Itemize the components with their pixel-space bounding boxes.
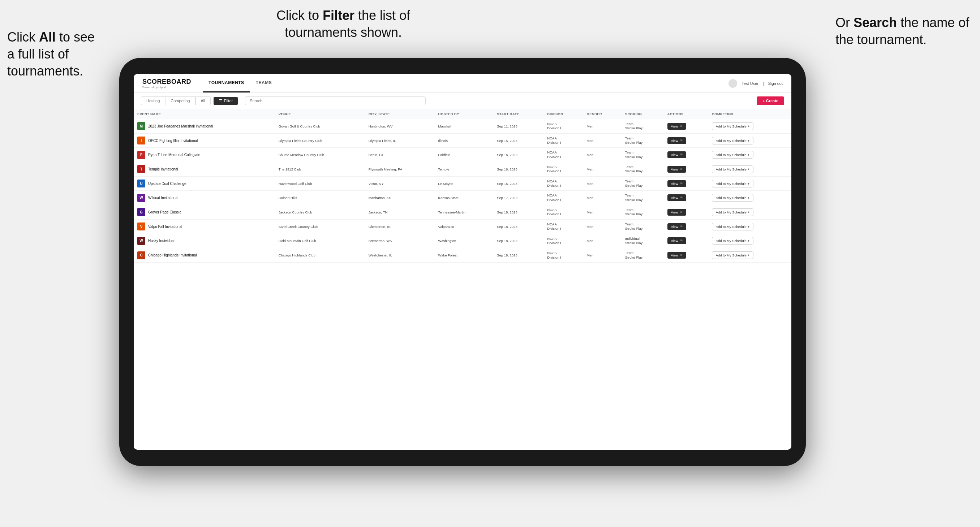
avatar: [729, 79, 737, 88]
col-actions: ACTIONS: [664, 109, 708, 119]
add-to-schedule-button[interactable]: Add to My Schedule +: [712, 194, 753, 202]
scoring-cell: Team,Stroke Play: [622, 148, 664, 162]
add-to-schedule-button[interactable]: Add to My Schedule +: [712, 251, 753, 259]
nav-tab-teams[interactable]: TEAMS: [250, 74, 278, 92]
add-to-schedule-button[interactable]: Add to My Schedule +: [712, 237, 753, 244]
table-row: G Grover Page Classic Jackson Country Cl…: [134, 205, 791, 220]
tournaments-table-container: EVENT NAME VENUE CITY, STATE HOSTED BY S…: [134, 109, 791, 450]
table-row: U Upstate Dual Challenge Ravenwood Golf …: [134, 176, 791, 191]
gender-cell: Men: [583, 133, 621, 148]
hosted-by-cell: Kansas State: [435, 191, 493, 205]
table-row: T Temple Invitational The 1912 ClubPlymo…: [134, 162, 791, 177]
event-logo: U: [137, 179, 145, 187]
signout-link[interactable]: Sign out: [768, 81, 783, 86]
add-to-schedule-button[interactable]: Add to My Schedule +: [712, 122, 753, 130]
search-input[interactable]: [245, 97, 426, 105]
eye-icon: 👁: [680, 211, 682, 214]
venue-cell: Chicago Highlands Club: [275, 248, 365, 263]
city-state-cell: Victor, NY: [365, 176, 435, 191]
actions-cell: View 👁: [664, 176, 708, 191]
competing-cell: Add to My Schedule +: [708, 205, 791, 220]
tab-competing[interactable]: Competing: [165, 97, 195, 105]
start-date-cell: Sep 16, 2023: [493, 176, 544, 191]
competing-cell: Add to My Schedule +: [708, 148, 791, 162]
view-button[interactable]: View 👁: [667, 137, 686, 144]
competing-cell: Add to My Schedule +: [708, 191, 791, 205]
add-to-schedule-button[interactable]: Add to My Schedule +: [712, 208, 753, 216]
create-button[interactable]: + Create: [757, 97, 784, 105]
event-name-text: Grover Page Classic: [148, 210, 181, 214]
division-cell: NCAADivision I: [544, 148, 583, 162]
view-button[interactable]: View 👁: [667, 180, 686, 187]
competing-cell: Add to My Schedule +: [708, 219, 791, 234]
venue-cell: Olympia Fields Country Club: [275, 133, 365, 148]
add-to-schedule-button[interactable]: Add to My Schedule +: [712, 165, 753, 173]
city-state-cell: Jackson, TN: [365, 205, 435, 220]
event-name-cell: W Wildcat Invitational: [134, 191, 275, 205]
annotation-filter: Click to Filter the list of tournaments …: [253, 7, 434, 41]
logo-sub: Powered by clippd: [142, 86, 191, 89]
actions-cell: View 👁: [664, 234, 708, 248]
col-gender: GENDER: [583, 109, 621, 119]
toolbar: Hosting Competing All ☰ Filter + Create: [134, 93, 791, 109]
city-state-cell: Westchester, IL: [365, 248, 435, 263]
add-to-schedule-button[interactable]: Add to My Schedule +: [712, 137, 753, 144]
main-nav: TOURNAMENTS TEAMS: [203, 74, 277, 92]
tab-all[interactable]: All: [196, 97, 211, 105]
view-button[interactable]: View 👁: [667, 223, 686, 230]
event-logo: T: [137, 165, 145, 173]
view-button[interactable]: View 👁: [667, 237, 686, 244]
start-date-cell: Sep 16, 2023: [493, 162, 544, 177]
add-to-schedule-button[interactable]: Add to My Schedule +: [712, 151, 753, 159]
scoring-cell: Team,Stroke Play: [622, 205, 664, 220]
nav-tab-tournaments[interactable]: TOURNAMENTS: [203, 74, 250, 92]
scoring-cell: Team,Stroke Play: [622, 119, 664, 133]
start-date-cell: Sep 18, 2023: [493, 248, 544, 263]
city-state-cell: Chesterton, IN: [365, 219, 435, 234]
scoring-cell: Team,Stroke Play: [622, 133, 664, 148]
event-logo: M: [137, 122, 145, 130]
annotation-all: Click All to see a full list of tourname…: [7, 29, 101, 79]
view-button[interactable]: View 👁: [667, 151, 686, 158]
table-row: V Valpo Fall Invitational Sand Creek Cou…: [134, 219, 791, 234]
event-name-text: Temple Invitational: [148, 167, 178, 171]
eye-icon: 👁: [680, 239, 682, 242]
annotation-search: Or Search the name of the tournament.: [835, 14, 973, 48]
event-logo: W: [137, 237, 145, 245]
hosted-by-cell: Valparaiso: [435, 219, 493, 234]
filter-label: Filter: [224, 98, 233, 103]
hosted-by-cell: Washington: [435, 234, 493, 248]
col-competing: COMPETING: [708, 109, 791, 119]
table-header-row: EVENT NAME VENUE CITY, STATE HOSTED BY S…: [134, 109, 791, 119]
tab-hosting[interactable]: Hosting: [141, 97, 165, 105]
actions-cell: View 👁: [664, 148, 708, 162]
view-button[interactable]: View 👁: [667, 123, 686, 130]
eye-icon: 👁: [680, 196, 682, 199]
view-button[interactable]: View 👁: [667, 166, 686, 173]
add-to-schedule-button[interactable]: Add to My Schedule +: [712, 180, 753, 187]
actions-cell: View 👁: [664, 248, 708, 263]
view-button[interactable]: View 👁: [667, 252, 686, 259]
event-logo: W: [137, 194, 145, 202]
col-scoring: SCORING: [622, 109, 664, 119]
actions-cell: View 👁: [664, 133, 708, 148]
view-button[interactable]: View 👁: [667, 194, 686, 201]
hosted-by-cell: Le Moyne: [435, 176, 493, 191]
event-name-text: Chicago Highlands Invitational: [148, 253, 197, 257]
gender-cell: Men: [583, 119, 621, 133]
gender-cell: Men: [583, 248, 621, 263]
division-cell: NCAADivision I: [544, 205, 583, 220]
event-name-cell: V Valpo Fall Invitational: [134, 219, 275, 234]
filter-button[interactable]: ☰ Filter: [213, 97, 238, 105]
event-name-text: Valpo Fall Invitational: [148, 225, 182, 229]
add-to-schedule-button[interactable]: Add to My Schedule +: [712, 223, 753, 230]
eye-icon: 👁: [680, 139, 682, 142]
user-label: Test User: [741, 81, 758, 86]
city-state-cell: Berlin, CT: [365, 148, 435, 162]
actions-cell: View 👁: [664, 191, 708, 205]
view-button[interactable]: View 👁: [667, 209, 686, 216]
filter-icon: ☰: [219, 98, 222, 103]
start-date-cell: Sep 18, 2023: [493, 234, 544, 248]
eye-icon: 👁: [680, 225, 682, 228]
division-cell: NCAADivision I: [544, 176, 583, 191]
